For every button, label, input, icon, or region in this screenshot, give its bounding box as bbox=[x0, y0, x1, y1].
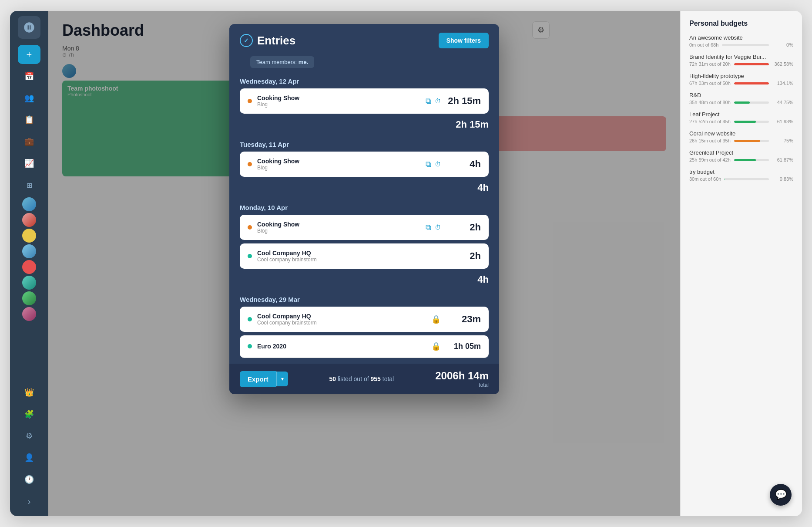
entry-card-cool-apr10[interactable]: Cool Company HQ Cool company brainstorm … bbox=[240, 243, 489, 269]
budget-bar-fill-7 bbox=[725, 178, 725, 180]
sidebar-item-calendar[interactable]: 📅 bbox=[18, 67, 40, 86]
budget-pct-5: 75% bbox=[772, 138, 793, 143]
sidebar-item-puzzle[interactable]: 🧩 bbox=[18, 405, 40, 424]
day-section-apr11: Tuesday, 11 Apr Cooking Show Blog ⧉ ⏱ bbox=[240, 135, 489, 197]
entry-card-cooking-apr12[interactable]: Cooking Show Blog ⧉ ⏱ 2h 15m bbox=[240, 88, 489, 114]
budget-item-4[interactable]: Leaf Project 27h 52m out of 45h 61.93% bbox=[689, 111, 793, 124]
footer-grand-total: 2006h 14m bbox=[435, 370, 489, 382]
entry-card-euro-mar29[interactable]: Euro 2020 🔒 1h 05m bbox=[240, 335, 489, 358]
sidebar-item-chevron[interactable]: › bbox=[18, 492, 40, 511]
sidebar-item-briefcase[interactable]: 💼 bbox=[18, 132, 40, 151]
day-total-apr10: 4h bbox=[240, 272, 489, 289]
entry-time-cool-apr10: 2h bbox=[446, 250, 481, 262]
footer-listed: 50 bbox=[329, 375, 336, 382]
budget-item-6[interactable]: Greenleaf Project 25h 59m out of 42h 61.… bbox=[689, 149, 793, 162]
lock-icon-mar29: 🔒 bbox=[431, 314, 441, 324]
chat-bubble[interactable]: 💬 bbox=[770, 484, 792, 506]
avatar-5[interactable] bbox=[22, 260, 36, 274]
budget-bar-row-5: 26h 15m out of 35h 75% bbox=[689, 138, 793, 143]
sidebar-item-user[interactable]: 👤 bbox=[18, 448, 40, 467]
timer-copy-icon-apr11: ⧉ bbox=[426, 160, 431, 169]
entry-time-apr12: 2h 15m bbox=[446, 95, 481, 107]
budget-bar-fill-3 bbox=[734, 101, 750, 104]
budget-used-1: 72h 31m out of 20h bbox=[689, 61, 731, 67]
budgets-list: An awesome website 0m out of 68h 0% Bran… bbox=[689, 34, 793, 182]
budget-bar-fill-4 bbox=[734, 121, 756, 123]
app-logo[interactable] bbox=[18, 16, 40, 39]
budget-pct-7: 0.83% bbox=[772, 176, 793, 182]
entry-info-cooking-apr12: Cooking Show Blog bbox=[257, 95, 420, 108]
team-value: me. bbox=[299, 59, 308, 65]
sidebar-item-pages[interactable]: 📋 bbox=[18, 110, 40, 129]
budget-item-3[interactable]: R&D 35h 48m out of 80h 44.75% bbox=[689, 92, 793, 105]
avatar-4[interactable] bbox=[22, 244, 36, 258]
avatar-1[interactable] bbox=[22, 197, 36, 211]
modal-title-text: Entries bbox=[257, 34, 295, 47]
budget-bar-fill-1 bbox=[734, 63, 769, 65]
team-badge: Team members: me. bbox=[250, 56, 314, 68]
chevron-right-icon: › bbox=[28, 497, 31, 507]
budget-item-2[interactable]: High-fidelity prototype 67h 03m out of 5… bbox=[689, 73, 793, 86]
entries-modal: ✓ Entries Show filters Team members: me. bbox=[229, 24, 499, 394]
entry-info-cooking-apr10: Cooking Show Blog bbox=[257, 221, 420, 234]
entry-card-cooking-apr10[interactable]: Cooking Show Blog ⧉ ⏱ 2h bbox=[240, 215, 489, 240]
avatar-list bbox=[22, 197, 36, 321]
entry-task-cool-apr10: Cool company brainstorm bbox=[257, 257, 441, 263]
day-label-apr12: Wednesday, 12 Apr bbox=[240, 78, 299, 85]
day-section-apr10: Monday, 10 Apr Cooking Show Blog ⧉ ⏱ bbox=[240, 199, 489, 289]
sidebar-item-add[interactable]: + bbox=[18, 45, 40, 64]
sidebar-item-crown[interactable]: 👑 bbox=[18, 383, 40, 402]
budget-bar-row-7: 30m out of 60h 0.83% bbox=[689, 176, 793, 182]
sidebar-item-layers[interactable]: ⊞ bbox=[18, 176, 40, 195]
sidebar-item-chart[interactable]: 📈 bbox=[18, 154, 40, 173]
entry-dot-cooking-apr11 bbox=[248, 162, 252, 166]
team-icon: 👥 bbox=[24, 93, 34, 103]
budget-item-7[interactable]: try budget 30m out of 60h 0.83% bbox=[689, 169, 793, 182]
avatar-3[interactable] bbox=[22, 229, 36, 243]
sidebar-item-history[interactable]: 🕐 bbox=[18, 470, 40, 489]
budget-item-5[interactable]: Coral new website 26h 15m out of 35h 75% bbox=[689, 130, 793, 143]
day-label-apr10: Monday, 10 Apr bbox=[240, 204, 288, 211]
entry-card-cool-mar29[interactable]: Cool Company HQ Cool company brainstorm … bbox=[240, 307, 489, 332]
calendar-icon: 📅 bbox=[24, 71, 34, 81]
chat-icon: 💬 bbox=[775, 489, 787, 500]
sidebar-item-team[interactable]: 👥 bbox=[18, 88, 40, 108]
entry-dot-cooking-apr10 bbox=[248, 225, 252, 230]
budget-pct-0: 0% bbox=[772, 42, 793, 47]
avatar-2[interactable] bbox=[22, 213, 36, 227]
export-button[interactable]: Export bbox=[240, 371, 276, 387]
budget-bar-row-1: 72h 31m out of 20h 362.58% bbox=[689, 61, 793, 67]
budget-name-0: An awesome website bbox=[689, 34, 793, 41]
export-dropdown-button[interactable]: ▾ bbox=[276, 372, 288, 386]
day-label-mar29: Wednesday, 29 Mar bbox=[240, 296, 300, 303]
modal-overlay: ✓ Entries Show filters Team members: me. bbox=[48, 11, 680, 516]
entry-project-euro-mar29: Euro 2020 bbox=[257, 343, 426, 350]
timer-copy-icon-apr10: ⧉ bbox=[426, 223, 431, 232]
show-filters-button[interactable]: Show filters bbox=[439, 33, 489, 48]
entry-task-cooking-apr12: Blog bbox=[257, 101, 420, 108]
footer-total-label: total bbox=[435, 382, 489, 388]
entry-dot-cool-apr10 bbox=[248, 254, 252, 258]
avatar-6[interactable] bbox=[22, 276, 36, 290]
budget-bar-bg-0 bbox=[722, 44, 769, 46]
budget-bar-bg-3 bbox=[734, 101, 769, 104]
avatar-7[interactable] bbox=[22, 291, 36, 305]
budget-pct-3: 44.75% bbox=[772, 100, 793, 105]
budget-item-0[interactable]: An awesome website 0m out of 68h 0% bbox=[689, 34, 793, 47]
entry-card-cooking-apr11[interactable]: Cooking Show Blog ⧉ ⏱ 4h bbox=[240, 152, 489, 177]
lock-icon-euro-mar29: 🔒 bbox=[431, 341, 441, 351]
sidebar-item-settings[interactable]: ⚙ bbox=[18, 426, 40, 446]
avatar-8[interactable] bbox=[22, 307, 36, 321]
timer-copy-icon-apr12: ⧉ bbox=[426, 97, 431, 106]
budget-item-1[interactable]: Brand Identity for Veggie Bur... 72h 31m… bbox=[689, 54, 793, 67]
footer-total-block: 2006h 14m total bbox=[435, 370, 489, 388]
budget-used-5: 26h 15m out of 35h bbox=[689, 138, 731, 143]
puzzle-icon: 🧩 bbox=[24, 409, 34, 419]
budget-name-6: Greenleaf Project bbox=[689, 149, 793, 156]
timer-icon-apr10: ⏱ bbox=[435, 224, 441, 231]
budget-bar-bg-5 bbox=[734, 140, 769, 142]
budgets-title: Personal budgets bbox=[689, 20, 793, 27]
entry-project-cooking-apr11: Cooking Show bbox=[257, 158, 420, 165]
entry-time-cooking-apr10: 2h bbox=[446, 222, 481, 233]
day-section-mar29: Wednesday, 29 Mar Cool Company HQ Cool c… bbox=[240, 291, 489, 358]
